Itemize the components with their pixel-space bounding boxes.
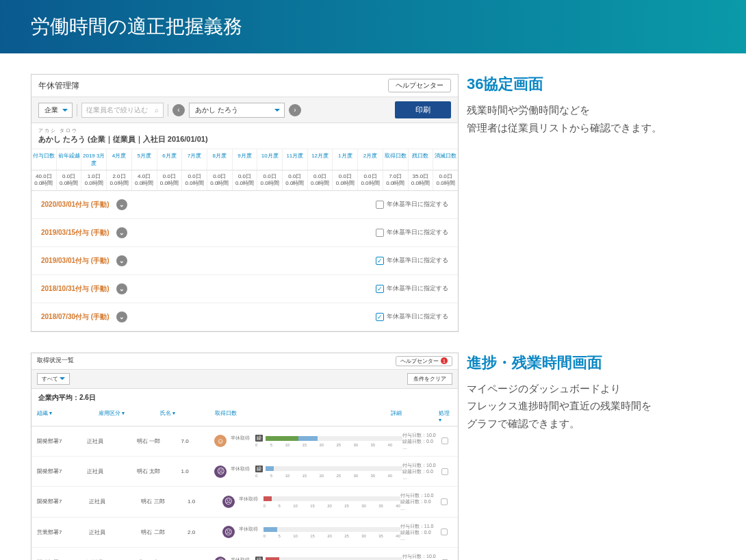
chevron-down-icon[interactable]: ⌄ <box>116 227 127 238</box>
month-value: 0.0日0.0時間 <box>57 170 82 190</box>
face-icon: ☹ <box>222 526 235 538</box>
month-header: 9月度 <box>233 149 258 170</box>
face-icon: ☹ <box>214 557 227 560</box>
grant-label[interactable]: 2019/03/15付与 (手動) ⌄ <box>41 227 127 238</box>
row-checkbox[interactable] <box>441 468 448 475</box>
col-dept[interactable]: 組織 ▾ <box>37 409 99 423</box>
month-value: 0.0日0.0時間 <box>333 170 358 190</box>
progress-bar <box>266 466 402 471</box>
base-date-checkbox[interactable]: ✓ <box>376 257 384 265</box>
base-date-checkbox[interactable]: ✓ <box>376 285 384 293</box>
employee-select[interactable]: あかし たろう <box>189 103 285 118</box>
axis-ticks: 0510152025303540 <box>263 504 400 508</box>
row-checkbox[interactable] <box>441 437 448 444</box>
grant-label[interactable]: 2018/07/30付与 (手動) ⌄ <box>41 311 127 322</box>
help-badge: 1 <box>441 357 448 364</box>
progress-bar <box>263 496 400 501</box>
month-header: 残日数 <box>409 149 434 170</box>
cell-dept: 開発部署7 <box>37 498 89 505</box>
month-header: 2019 3月度 <box>81 149 107 170</box>
help-center-button-2[interactable]: ヘルプセンター 1 <box>396 356 452 366</box>
section1-desc: 残業時間や労働時間などを管理者は従業員リストから確認できます。 <box>467 101 746 136</box>
help-center-button[interactable]: ヘルプセンター <box>388 79 451 92</box>
checkbox-label: 年休基準日に指定する <box>387 228 448 237</box>
chevron-down-icon[interactable]: ⌄ <box>116 255 127 266</box>
col-name[interactable]: 氏名 ▾ <box>160 409 215 423</box>
base-date-checkbox[interactable]: ✓ <box>376 313 384 321</box>
cell-name: 明石 一郎 <box>137 437 181 445</box>
table-row: 開発部署7 正社員 明石 四郎 2.0 ☹ 半休取得 繰 05101520253… <box>31 548 458 560</box>
chevron-down-icon[interactable]: ⌄ <box>116 199 127 210</box>
month-header: 4月度 <box>107 149 132 170</box>
month-value: 1.0日0.0時間 <box>81 170 107 190</box>
checkbox-label: 年休基準日に指定する <box>387 284 448 293</box>
month-header-row: 付与日数前年繰越2019 3月度4月度5月度6月度7月度8月度9月度10月度11… <box>31 149 458 170</box>
base-date-checkbox[interactable] <box>376 201 384 209</box>
col-type[interactable]: 雇用区分 ▾ <box>99 409 160 423</box>
cell-name: 明石 三郎 <box>141 498 188 505</box>
face-icon: ☹ <box>222 496 235 508</box>
grant-row: 2019/03/01付与 (手動) ⌄ ✓ 年休基準日に指定する <box>31 247 458 275</box>
grant-row: 2018/07/30付与 (手動) ⌄ ✓ 年休基準日に指定する <box>31 303 458 331</box>
next-employee-button[interactable]: › <box>289 104 301 116</box>
prev-employee-button[interactable]: ‹ <box>172 104 185 116</box>
employee-search-input[interactable]: 従業員名で絞り込む ⌕ <box>81 103 164 118</box>
hero-title: 労働時間の適正把握義務 <box>0 0 746 53</box>
month-value: 0.0日0.0時間 <box>433 170 458 190</box>
section-2: 取得状況一覧 ヘルプセンター 1 すべて 条件をクリア 企業内平均：2.6日 組… <box>31 353 746 560</box>
month-value: 40.0日0.0時間 <box>31 170 57 190</box>
panel-progress: 取得状況一覧 ヘルプセンター 1 すべて 条件をクリア 企業内平均：2.6日 組… <box>31 353 459 560</box>
progress-bar <box>263 527 400 532</box>
grant-label[interactable]: 2019/03/01付与 (手動) ⌄ <box>41 255 127 266</box>
month-value: 35.0日0.0時間 <box>409 170 434 190</box>
section2-desc: マイページのダッシュボードよりフレックス進捗時間や直近の残業時間をグラフで確認で… <box>467 380 746 433</box>
chevron-down-icon[interactable]: ⌄ <box>116 311 127 322</box>
cell-detail: 付与日数：10.0繰越日数：0.0… <box>402 462 441 481</box>
base-date-checkbox[interactable] <box>376 229 384 237</box>
series-label: 半休取得 <box>231 557 253 560</box>
month-header: 前年繰越 <box>57 149 82 170</box>
table-row: 開発部署7 正社員 明石 太郎 1.0 ☹ 半休取得 繰 05101520253… <box>31 457 458 487</box>
cell-detail: 付与日数：10.0繰越日数：0.0… <box>400 492 441 511</box>
cell-detail: 付与日数：10.0繰越日数：0.0… <box>402 553 441 560</box>
employee-info: アカシ タロウ あかし たろう (企業｜従業員｜入社日 2016/01/01) <box>31 123 458 149</box>
grant-row: 2020/03/01付与 (手動) ⌄ 年休基準日に指定する <box>31 191 458 219</box>
checkbox-label: 年休基準日に指定する <box>387 256 448 265</box>
series-label: 半休取得 <box>239 496 261 502</box>
month-value: 0.0日0.0時間 <box>157 170 183 190</box>
month-header: 消滅日数 <box>433 149 458 170</box>
cell-name: 明石 太郎 <box>137 468 181 475</box>
month-header: 取得日数 <box>383 149 409 170</box>
filter-select[interactable]: すべて <box>37 373 70 385</box>
row-checkbox[interactable] <box>441 498 448 505</box>
col-action[interactable]: 処理 ▾ <box>439 409 452 423</box>
panel1-title: 年休管理簿 <box>38 80 79 92</box>
month-value: 0.0日0.0時間 <box>207 170 233 190</box>
print-button[interactable]: 印刷 <box>395 101 451 118</box>
month-value: 0.0日0.0時間 <box>182 170 207 190</box>
cell-dept: 営業部署7 <box>37 529 89 536</box>
grant-label[interactable]: 2020/03/01付与 (手動) ⌄ <box>41 199 127 210</box>
month-values-row: 40.0日0.0時間0.0日0.0時間1.0日0.0時間2.0日0.0時間4.0… <box>31 170 458 191</box>
chevron-down-icon[interactable]: ⌄ <box>116 283 127 294</box>
grant-label[interactable]: 2018/10/31付与 (手動) ⌄ <box>41 283 127 294</box>
cell-dept: 開発部署7 <box>37 437 87 445</box>
cell-name: 明石 二郎 <box>141 529 188 536</box>
series-label: 半休取得 <box>231 435 253 442</box>
progress-bar <box>266 436 402 441</box>
cell-detail: 付与日数：10.0繰越日数：0.0… <box>402 432 441 450</box>
row-checkbox[interactable] <box>441 529 448 535</box>
scope-select[interactable]: 企業 <box>38 103 73 118</box>
cell-type: 正社員 <box>87 437 137 445</box>
month-header: 2月度 <box>358 149 383 170</box>
clear-filter-button[interactable]: 条件をクリア <box>407 373 452 385</box>
table-row: 営業部署7 正社員 明石 二郎 2.0 ☹ 半休取得 0510152025303… <box>31 518 458 548</box>
month-header: 8月度 <box>207 149 233 170</box>
cell-type: 正社員 <box>89 498 141 505</box>
month-header: 付与日数 <box>31 149 57 170</box>
search-icon: ⌕ <box>155 106 159 114</box>
month-value: 0.0日0.0時間 <box>358 170 383 190</box>
month-header: 12月度 <box>308 149 333 170</box>
month-value: 0.0日0.0時間 <box>308 170 333 190</box>
section2-heading: 進捗・残業時間画面 <box>467 353 746 373</box>
